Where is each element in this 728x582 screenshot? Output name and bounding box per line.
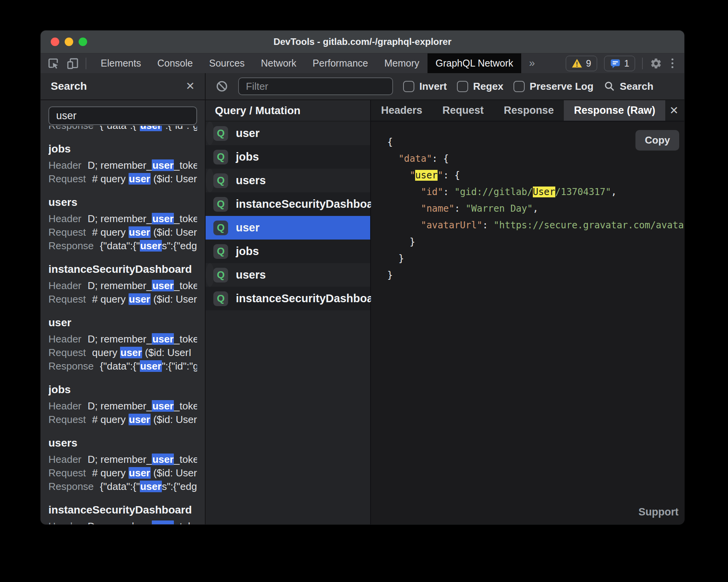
detail-tab-request[interactable]: Request [433,100,494,121]
result-line-value: D; remember_user_token=e [88,454,197,465]
tab-console[interactable]: Console [149,53,201,73]
search-result-line[interactable]: Request# query user ($id: UserI [48,413,197,426]
search-result-line[interactable]: Request# query user ($id: UserI [48,172,197,186]
search-result-line[interactable]: HeaderD; remember_user_token=e [48,279,197,293]
content-area: Response{"data":{"user":{"id":"gijobsHea… [41,100,684,524]
search-result-operation[interactable]: jobs [48,383,197,396]
query-row-user[interactable]: Quser [206,122,214,145]
search-icon [604,80,615,92]
search-result-line[interactable]: Response{"data":{"user":{"id":"gi [48,359,197,373]
result-line-label: Request [48,347,86,358]
detail-close-icon[interactable]: ✕ [670,100,685,121]
detail-tab-headers[interactable]: Headers [371,100,433,121]
tab-strip-right: 9 1 [566,53,684,73]
search-result-line[interactable]: Request# query user ($id: UserI [48,226,197,239]
search-result-line[interactable]: HeaderD; remember_user_token=e [48,159,197,172]
tab-graphql-network[interactable]: GraphQL Network [428,53,522,73]
query-row-users[interactable]: Qusers [206,263,214,287]
tab-network[interactable]: Network [253,53,305,73]
search-result-section: usersHeaderD; remember_user_token=eReque… [48,196,197,253]
result-text: ($id: UserI [151,414,197,425]
search-result-operation[interactable]: instanceSecurityDashboard [48,263,197,276]
tab-performance[interactable]: Performance [304,53,376,73]
code-token: : [454,203,465,214]
search-match-highlight: user [140,360,162,372]
search-result-operation[interactable]: jobs [48,143,197,155]
search-result-line[interactable]: Response{"data":{"users":{"edges [48,239,197,253]
window-title: DevTools - gitlab.com/-/graphql-explorer [41,36,684,47]
preserve-log-checkbox[interactable] [513,81,525,92]
preserve-log-checkbox-group[interactable]: Preserve Log [513,80,594,92]
issues-count: 1 [624,58,629,69]
detail-tab-response[interactable]: Response [494,100,564,121]
query-row-instanceSecurityDashboard[interactable]: QinstanceSecurityDashboard [206,287,370,310]
result-line-value: # query user ($id: UserI [92,173,197,185]
toolbar-row: Search ✕ Invert Regex Preserve Log [41,73,684,100]
query-row-label: jobs [236,245,259,258]
result-line-value: {"data":{"user":{"id":"gi [100,360,197,372]
search-result-section: jobsHeaderD; remember_user_token=eReques… [48,143,197,186]
query-row-user[interactable]: Quser [206,216,370,240]
tab-sources[interactable]: Sources [201,53,253,73]
search-result-line[interactable]: HeaderD; remember_user_token=e [48,399,197,413]
query-type-badge: Q [213,173,228,188]
query-row-instanceSecurityDashboard[interactable]: QinstanceSecurityDashboard [206,192,370,216]
result-line-label: Request [48,173,86,185]
issues-badge[interactable]: 1 [604,56,635,71]
detail-tab-response-raw-[interactable]: Response (Raw) [564,100,665,121]
code-token: : [482,220,494,231]
result-text: D; remember_ [88,520,152,524]
search-result-line[interactable]: HeaderD; remember_user_token=e [48,212,197,226]
code-token: } [387,270,393,281]
code-token [387,170,410,181]
search-result-line[interactable]: Response{"data":{"users":{"edges [48,480,197,493]
search-result-line[interactable]: Response{"data":{"user":{"id":"gi [48,126,197,132]
detail-panel: HeadersRequestResponseResponse (Raw)✕ Co… [371,100,685,524]
result-line-label: Header [48,280,81,291]
result-line-label: Header [48,400,81,412]
invert-checkbox-group[interactable]: Invert [403,80,447,92]
support-link[interactable]: Support [639,506,678,518]
more-tabs-button[interactable]: » [521,53,543,73]
result-text: {"data":{" [100,240,140,252]
code-token: , [533,203,538,214]
clear-log-icon[interactable] [216,80,228,92]
search-result-operation[interactable]: users [48,437,197,449]
code-token: , [611,187,616,197]
invert-checkbox[interactable] [403,81,414,92]
device-toolbar-icon[interactable] [66,57,79,70]
result-text: ($id: UserI [151,173,197,185]
kebab-menu-icon[interactable] [669,58,676,68]
regex-checkbox[interactable] [457,81,468,92]
search-result-line[interactable]: HeaderD; remember_user_token=e [48,332,197,346]
response-raw-code: { "data": { "user": { "id": "gid://gitla… [387,134,685,284]
toolbar-search-label: Search [620,80,654,92]
search-panel-close-icon[interactable]: ✕ [186,81,195,92]
search-result-line[interactable]: Request# query user ($id: UserI [48,293,197,306]
search-result-operation[interactable]: user [48,317,197,329]
query-row-jobs[interactable]: Qjobs [206,240,370,263]
code-line: "data": { [387,151,685,167]
code-token: } [387,253,404,264]
search-result-operation[interactable]: users [48,196,197,209]
search-result-line[interactable]: HeaderD; remember_user_token=e [48,520,197,524]
query-row-jobs[interactable]: Qjobs [206,145,370,169]
copy-button[interactable]: Copy [635,130,679,151]
regex-checkbox-group[interactable]: Regex [457,80,503,92]
query-type-badge: Q [213,126,228,141]
settings-gear-icon[interactable] [650,57,662,70]
result-line-value: D; remember_user_token=e [88,520,197,524]
filter-input[interactable] [238,77,393,95]
search-result-line[interactable]: HeaderD; remember_user_token=e [48,453,197,466]
query-row-users[interactable]: Qusers [206,169,214,192]
tab-memory[interactable]: Memory [376,53,427,73]
inspect-element-icon[interactable] [47,57,60,70]
tab-elements[interactable]: Elements [93,53,149,73]
toolbar-search-button[interactable]: Search [604,80,654,92]
search-match-highlight: user [152,400,174,412]
warnings-badge[interactable]: 9 [566,56,597,71]
search-result-line[interactable]: Requestquery user ($id: UserI [48,346,197,359]
search-result-line[interactable]: Request# query user ($id: UserI [48,466,197,480]
search-input[interactable] [48,106,197,125]
search-result-operation[interactable]: instanceSecurityDashboard [48,504,197,516]
